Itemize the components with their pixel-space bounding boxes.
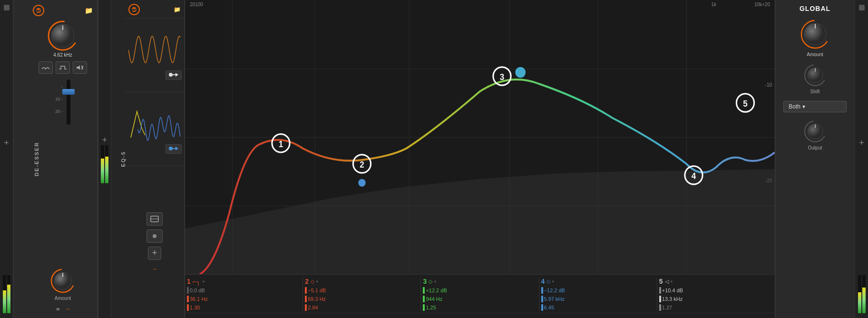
global-title: GLOBAL — [800, 5, 830, 12]
right-top-indicator — [859, 5, 865, 10]
eq-waveform-1 — [128, 30, 181, 69]
eq-waveform-2 — [128, 104, 181, 142]
band2-q: 2.84 — [308, 305, 318, 310]
eq-band-4: 4 ◇ ▾ −12.2 dB 5.97 kHz 6.45 — [539, 278, 657, 311]
eq-curve-svg: 1 2 3 4 5 — [185, 0, 775, 274]
svg-text:3: 3 — [500, 72, 504, 82]
band3-gain: +12.2 dB — [426, 288, 447, 293]
global-shift-knob[interactable] — [803, 63, 828, 88]
svg-text:1: 1 — [279, 139, 283, 149]
eq-band-5: 5 ◁ ▾ +10.4 dB 13.3 kHz 1.27 — [657, 278, 775, 311]
band2-dropdown[interactable]: ▾ — [316, 279, 318, 284]
deesser-output-icon[interactable]: → — [65, 306, 70, 313]
band1-q: 1.30 — [190, 305, 200, 310]
band3-type[interactable]: ◇ — [429, 278, 432, 285]
right-add-button[interactable]: + — [859, 138, 864, 148]
mid-meter — [101, 145, 108, 183]
band5-q: 1.27 — [662, 305, 672, 310]
band4-q: 6.45 — [544, 305, 554, 310]
deesser-amount-knob[interactable] — [49, 268, 76, 294]
deesser-power-button[interactable] — [33, 5, 44, 16]
eq-output-indicator: → — [152, 266, 157, 272]
band3-number: 3 — [423, 278, 427, 285]
band4-freq: 5.97 kHz — [544, 296, 565, 302]
both-dropdown[interactable]: Both ▾ — [783, 101, 846, 112]
band1-type[interactable]: ⌐┐ — [193, 278, 201, 285]
global-amount-label: Amount — [807, 52, 823, 57]
eq-small-btn-1[interactable] — [146, 212, 163, 226]
eq-power-button[interactable] — [128, 4, 140, 15]
db-label-plus20: +20 — [762, 2, 770, 7]
freq-label-10k: 10k — [754, 2, 762, 7]
svg-text:5: 5 — [743, 99, 748, 109]
deesser-filter-shape-1[interactable] — [39, 61, 53, 74]
both-label: Both — [789, 103, 800, 110]
deesser-amount-label: Amount — [55, 296, 71, 301]
deesser-mute-button[interactable] — [73, 61, 87, 74]
deesser-fader-thumb[interactable] — [62, 89, 75, 95]
svg-marker-5 — [77, 65, 80, 70]
band2-freq: 69.3 Hz — [308, 296, 326, 302]
right-strip: + — [855, 0, 868, 318]
global-output-label: Output — [808, 145, 822, 150]
eq-small-btn-2[interactable] — [146, 229, 163, 243]
deesser-main-knob[interactable] — [46, 19, 79, 52]
eq-band3-dot[interactable] — [515, 67, 526, 78]
band5-gain: +10.4 dB — [662, 288, 683, 293]
band1-gain: 0.0 dB — [190, 288, 205, 293]
global-output-knob[interactable] — [803, 119, 828, 144]
global-amount-knob[interactable] — [799, 18, 831, 50]
band3-q: 1.25 — [426, 305, 436, 310]
both-dropdown-arrow: ▾ — [802, 103, 805, 110]
band5-freq: 13.3 kHz — [662, 296, 683, 302]
eq-band-3: 3 ◇ ▾ +12.2 dB 944 Hz 1.25 — [421, 278, 539, 311]
eq-add-button[interactable]: + — [148, 247, 161, 260]
eq-main-display: 20 100 1k 10k +20 -10 -20 — [185, 0, 775, 318]
freq-label-100: 100 — [195, 2, 203, 7]
deesser-frequency-value: 4.62 kHz — [53, 52, 72, 58]
left-strip: + — [0, 0, 13, 318]
band1-number: 1 — [187, 278, 191, 285]
deesser-key-icon[interactable]: ⚭ — [55, 306, 61, 313]
band5-type[interactable]: ◁ — [665, 278, 669, 285]
svg-text:4: 4 — [692, 171, 696, 181]
global-shift-label: Shift — [810, 89, 819, 94]
band2-type[interactable]: ◇ — [311, 278, 314, 285]
svg-point-13 — [169, 73, 173, 77]
eq-waveform2-arrow[interactable] — [166, 144, 182, 154]
deesser-panel: DE-ESSER 📁 — [13, 0, 98, 318]
band5-number: 5 — [659, 278, 663, 285]
band4-number: 4 — [541, 278, 545, 285]
band2-number: 2 — [305, 278, 309, 285]
band4-dropdown[interactable]: ▾ — [552, 279, 554, 284]
eq-graph[interactable]: 20 100 1k 10k +20 -10 -20 — [185, 0, 775, 274]
band1-dropdown[interactable]: ▾ — [203, 279, 205, 284]
band2-gain: −5.1 dB — [308, 288, 326, 293]
svg-marker-15 — [176, 73, 178, 77]
left-top-indicator — [4, 5, 10, 10]
eq-folder-icon[interactable]: 📁 — [174, 6, 181, 13]
band5-dropdown[interactable]: ▾ — [671, 279, 673, 284]
eq-waveform1-arrow[interactable] — [166, 70, 182, 80]
band4-type[interactable]: ◇ — [546, 278, 550, 285]
band4-gain: −12.2 dB — [544, 288, 565, 293]
eq-left-panel: EQ-5 📁 — [111, 0, 185, 318]
band3-dropdown[interactable]: ▾ — [434, 279, 436, 284]
svg-marker-18 — [176, 147, 178, 150]
eq-band2-dot[interactable] — [358, 179, 366, 187]
deesser-filter-shape-2[interactable] — [56, 61, 70, 74]
left-add-button[interactable]: + — [4, 138, 9, 148]
eq-band-controls: 1 ⌐┐ ▾ 0.0 dB 36.1 Hz 1.30 — [185, 274, 775, 318]
freq-label-20: 20 — [190, 2, 195, 7]
eq-band-1: 1 ⌐┐ ▾ 0.0 dB 36.1 Hz 1.30 — [185, 278, 303, 311]
left-bottom-meter — [3, 275, 10, 313]
mid-add-button[interactable]: + — [102, 135, 107, 145]
band3-freq: 944 Hz — [426, 296, 442, 302]
global-panel: GLOBAL Amount — [775, 0, 855, 318]
svg-point-16 — [169, 147, 173, 150]
freq-label-1k: 1k — [711, 2, 716, 7]
svg-text:2: 2 — [360, 160, 364, 169]
band1-freq: 36.1 Hz — [190, 296, 208, 302]
deesser-folder-icon[interactable]: 📁 — [85, 7, 93, 14]
right-bottom-meter — [858, 275, 866, 313]
